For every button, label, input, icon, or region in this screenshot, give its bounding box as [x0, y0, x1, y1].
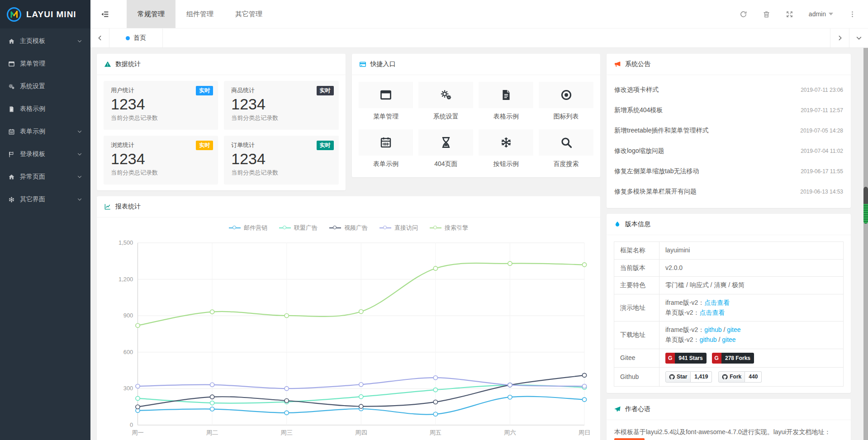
sidebar: LAYUI MINI 主页模板菜单管理系统设置表格示例表单示例登录模板异常页面其… — [0, 0, 90, 440]
download-gitee-link[interactable]: gitee — [727, 326, 740, 333]
tabs-scroll-left-button[interactable] — [90, 28, 109, 47]
calendar-icon — [379, 136, 392, 149]
row-label: 当前版本 — [614, 259, 659, 277]
sidebar-item-label: 系统设置 — [20, 82, 82, 90]
tabs-menu-button[interactable] — [849, 28, 868, 47]
download-github-link[interactable]: github — [699, 336, 716, 343]
svg-text:1,500: 1,500 — [119, 240, 133, 246]
legend-label: 邮件营销 — [244, 224, 267, 232]
legend-item[interactable]: 直接访问 — [379, 224, 418, 232]
realtime-badge[interactable]: 实时 — [196, 86, 213, 95]
snowflake-icon — [500, 136, 512, 149]
table-row: 下载地址 iframe版-v2：github / gitee 单页版-v2：gi… — [614, 322, 844, 349]
tab-zujian[interactable]: 组件管理 — [175, 0, 224, 28]
sidebar-item-5[interactable]: 登录模板 — [0, 143, 90, 166]
sidebar-item-label: 其它界面 — [20, 195, 72, 203]
refresh-icon[interactable] — [740, 10, 747, 18]
quick-entry-7[interactable]: 百度搜索 — [539, 129, 593, 168]
report-chart-svg: 03006009001,2001,500周一周二周三周四周五周六周日 — [97, 233, 600, 440]
stat-caption: 当前分类总记录数 — [111, 169, 211, 177]
file-icon — [500, 89, 512, 101]
collapse-menu-button[interactable] — [90, 0, 119, 28]
home-icon — [8, 174, 15, 180]
github-fork-badge[interactable]: Fork 440 — [718, 371, 762, 383]
sidebar-item-3[interactable]: 表格示例 — [0, 98, 90, 120]
sidebar-item-0[interactable]: 主页模板 — [0, 30, 90, 52]
scrollbar-thumb[interactable] — [863, 187, 868, 224]
snowflake-icon — [8, 196, 15, 203]
announcement-row-0[interactable]: 修改选项卡样式2019-07-11 23:06 — [614, 80, 843, 100]
credit-card-icon — [359, 61, 366, 68]
svg-text:900: 900 — [123, 312, 133, 319]
logo[interactable]: LAYUI MINI — [0, 0, 90, 28]
chevron-down-icon — [77, 129, 82, 134]
demo-line1-prefix: iframe版-v2： — [665, 299, 704, 306]
demo-link-spa[interactable]: 点击查看 — [699, 309, 725, 316]
search-icon — [560, 136, 573, 149]
scrollbar-track[interactable] — [863, 48, 868, 440]
sidebar-item-label: 登录模板 — [20, 150, 72, 158]
dl-line1-prefix: iframe版-v2： — [665, 326, 704, 333]
window-icon — [379, 89, 392, 101]
svg-text:周六: 周六 — [504, 429, 516, 436]
legend-item[interactable]: 邮件营销 — [229, 224, 267, 232]
row-label: 下载地址 — [614, 322, 659, 349]
page-tab-home[interactable]: 首页 — [109, 28, 163, 47]
gitee-icon: G — [665, 353, 675, 364]
svg-text:周四: 周四 — [355, 429, 367, 436]
quick-entry-4[interactable]: 表单示例 — [359, 129, 413, 168]
github-icon — [669, 374, 675, 380]
sidebar-item-6[interactable]: 异常页面 — [0, 166, 90, 188]
legend-item[interactable]: 视频广告 — [329, 224, 368, 232]
header-actions: admin — [740, 0, 868, 28]
quick-entry-0[interactable]: 菜单管理 — [359, 82, 413, 121]
layui-doc-badge[interactable]: layui文档 — [614, 438, 645, 440]
sidebar-menu: 主页模板菜单管理系统设置表格示例表单示例登录模板异常页面其它界面 — [0, 28, 90, 211]
framework-name: layuimini — [659, 242, 844, 260]
user-dropdown[interactable]: admin — [809, 10, 833, 18]
quick-entry-6[interactable]: 按钮示例 — [479, 129, 533, 168]
legend-item[interactable]: 搜索引擎 — [430, 224, 468, 232]
paper-plane-icon — [614, 406, 621, 413]
legend-item[interactable]: 联盟广告 — [279, 224, 318, 232]
quick-card-header: 快捷入口 — [352, 54, 601, 75]
tabs-scroll-right-button[interactable] — [830, 28, 849, 47]
quick-entry-5[interactable]: 404页面 — [418, 129, 473, 168]
stat-box-orders: 订单统计 1234 当前分类总记录数 实时 — [224, 136, 338, 185]
realtime-badge[interactable]: 实时 — [317, 141, 334, 150]
sidebar-item-7[interactable]: 其它界面 — [0, 188, 90, 211]
demo-link-iframe[interactable]: 点击查看 — [704, 299, 730, 306]
more-vertical-icon[interactable] — [849, 10, 856, 18]
fullscreen-icon[interactable] — [786, 10, 793, 18]
sidebar-item-1[interactable]: 菜单管理 — [0, 52, 90, 75]
github-star-badge[interactable]: Star 1,419 — [665, 371, 712, 383]
sidebar-item-4[interactable]: 表单示例 — [0, 120, 90, 143]
download-github-link[interactable]: github — [704, 326, 721, 333]
report-card-title: 报表统计 — [115, 203, 141, 211]
svg-text:周二: 周二 — [206, 429, 218, 436]
quick-entry-1[interactable]: 系统设置 — [418, 82, 473, 121]
trash-icon[interactable] — [763, 10, 770, 18]
announcement-row-4[interactable]: 修复左侧菜单缩放tab无法移动2019-06-17 11:55 — [614, 161, 843, 181]
announcement-row-1[interactable]: 新增系统404模板2019-07-11 12:57 — [614, 100, 843, 120]
sidebar-item-2[interactable]: 系统设置 — [0, 75, 90, 98]
quick-entry-3[interactable]: 图标列表 — [539, 82, 593, 121]
svg-text:300: 300 — [123, 386, 133, 392]
tab-changgui[interactable]: 常规管理 — [127, 0, 175, 28]
tab-qita[interactable]: 其它管理 — [224, 0, 273, 28]
announcement-row-3[interactable]: 修改logo缩放问题2019-07-04 11:02 — [614, 141, 843, 161]
stat-caption: 当前分类总记录数 — [111, 114, 211, 122]
announcement-title: 修改logo缩放问题 — [614, 147, 664, 155]
realtime-badge[interactable]: 实时 — [196, 141, 213, 150]
download-gitee-link[interactable]: gitee — [722, 336, 735, 343]
quick-entry-label: 表格示例 — [479, 113, 533, 121]
gitee-stars-badge[interactable]: G941 Stars — [665, 353, 707, 364]
realtime-badge[interactable]: 实时 — [317, 86, 334, 95]
announcement-row-2[interactable]: 新增treetable插件和菜单管理样式2019-07-05 14:28 — [614, 120, 843, 141]
table-row: 当前版本 v2.0.0 — [614, 259, 844, 277]
gitee-forks-badge[interactable]: G278 Forks — [712, 353, 754, 364]
quick-entry-2[interactable]: 表格示例 — [479, 82, 533, 121]
legend-marker-icon — [329, 226, 341, 230]
announcement-row-5[interactable]: 修复多模块菜单栏展开有问题2019-06-13 14:53 — [614, 181, 843, 202]
github-star-count: 1,419 — [691, 371, 712, 383]
